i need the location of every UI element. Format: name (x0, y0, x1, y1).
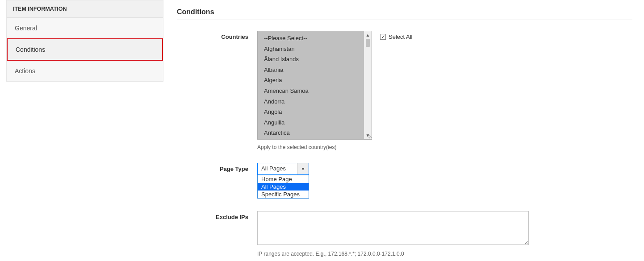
sidebar-item-label: Conditions (16, 46, 45, 53)
countries-option[interactable]: Algeria (258, 75, 364, 86)
countries-list[interactable]: --Please Select-- Afghanistan Åland Isla… (258, 31, 364, 139)
page-type-selected-text: All Pages (258, 163, 297, 174)
sidebar-item-label: General (15, 25, 37, 32)
exclude-ips-help: IP ranges are accepted. E.g., 172.168.*.… (257, 251, 529, 257)
countries-multiselect[interactable]: --Please Select-- Afghanistan Åland Isla… (257, 31, 372, 140)
countries-scrollbar[interactable]: ▲ ▼ (364, 31, 372, 139)
section-title: Conditions (177, 8, 632, 20)
sidebar-item-general[interactable]: General (7, 18, 163, 38)
countries-option[interactable]: Angola (258, 107, 364, 117)
resize-handle-icon[interactable] (365, 133, 372, 139)
sidebar-item-label: Actions (15, 67, 35, 75)
main-panel: Conditions Countries --Please Select-- A… (163, 0, 644, 261)
countries-option[interactable]: Afghanistan (258, 44, 364, 54)
countries-label: Countries (177, 31, 257, 40)
countries-option[interactable]: Albania (258, 65, 364, 75)
countries-option[interactable]: --Please Select-- (258, 33, 364, 44)
page-type-label: Page Type (177, 163, 257, 172)
field-countries: Countries --Please Select-- Afghanistan … (177, 31, 632, 150)
page-type-option-specific[interactable]: Specific Pages (258, 191, 309, 198)
sidebar-header: ITEM INFORMATION (7, 0, 163, 18)
exclude-ips-label: Exclude IPs (177, 211, 257, 220)
page-type-options: Home Page All Pages Specific Pages (257, 175, 309, 199)
chevron-down-icon[interactable]: ▼ (297, 163, 309, 174)
page-type-option-all[interactable]: All Pages (258, 183, 309, 191)
sidebar-item-actions[interactable]: Actions (7, 61, 163, 81)
field-page-type: Page Type All Pages ▼ Home Page All Page… (177, 163, 632, 199)
countries-help: Apply to the selected country(ies) (257, 144, 372, 150)
page-type-selected[interactable]: All Pages ▼ (257, 163, 309, 175)
page-type-dropdown[interactable]: All Pages ▼ Home Page All Pages Specific… (257, 163, 309, 199)
countries-option[interactable]: Åland Islands (258, 54, 364, 65)
scroll-up-icon[interactable]: ▲ (364, 31, 372, 39)
countries-option[interactable]: Anguilla (258, 117, 364, 128)
scroll-thumb[interactable] (366, 39, 370, 47)
countries-option[interactable]: American Samoa (258, 86, 364, 96)
select-all-label: Select All (389, 33, 412, 40)
sidebar: ITEM INFORMATION General Conditions Acti… (6, 0, 163, 82)
select-all-wrap: ✓ Select All (372, 31, 412, 40)
countries-option[interactable]: Andorra (258, 96, 364, 107)
field-exclude-ips: Exclude IPs IP ranges are accepted. E.g.… (177, 211, 632, 257)
countries-option[interactable]: Antarctica (258, 128, 364, 138)
exclude-ips-textarea[interactable] (257, 211, 529, 245)
select-all-checkbox[interactable]: ✓ (380, 34, 386, 40)
sidebar-item-conditions[interactable]: Conditions (7, 38, 163, 61)
page-type-option-home[interactable]: Home Page (258, 175, 309, 183)
